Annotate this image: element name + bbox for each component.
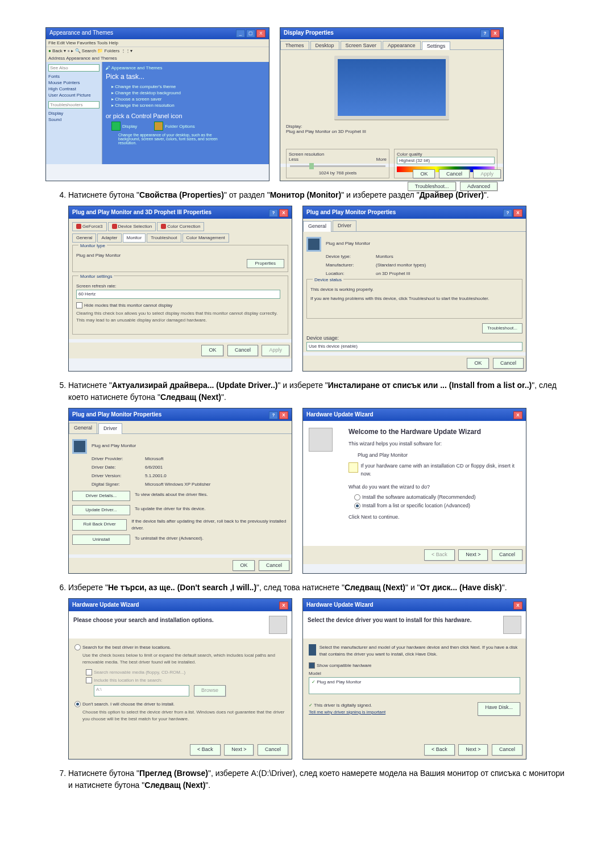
window-buttons[interactable]: X [278,600,288,610]
tab-general[interactable]: General [72,233,96,243]
tab-color-correction[interactable]: Color Correction [157,222,204,231]
next-button[interactable]: Next > [458,549,488,561]
radio-auto[interactable] [354,494,360,500]
screenshot-wizard-select-driver: Hardware Update Wizard X Select the devi… [302,598,526,760]
step-7: Натиснете бутона "Преглед (Browse)", изб… [68,767,569,791]
back-button[interactable]: < Back [190,744,221,756]
device-usage-select[interactable]: Use this device (enable) [306,342,522,351]
sidebar-link[interactable]: High Contrast [48,86,99,91]
tab-driver[interactable]: Driver [98,423,122,434]
tab-settings[interactable]: Settings [422,41,451,50]
check-removable-media[interactable] [86,669,92,675]
cp-icon-folder-options[interactable]: Folder Options [154,122,194,131]
tab-troubleshoot[interactable]: Troubleshoot [147,233,181,243]
apply-button[interactable]: Apply [473,169,501,178]
pick-icon-heading: or pick a Control Panel icon [106,112,265,119]
browse-button[interactable]: Browse [194,685,226,696]
hide-modes-checkbox[interactable] [76,302,82,308]
ok-button[interactable]: OK [201,345,223,356]
cancel-button[interactable]: Cancel [258,744,288,756]
apply-button[interactable]: Apply [262,345,289,356]
path-select[interactable]: A:\ [94,685,189,696]
menubar[interactable]: File Edit View Favorites Tools Help [46,39,269,47]
cancel-button[interactable]: Cancel [492,549,522,561]
window-buttons[interactable]: X [512,600,522,610]
address-bar[interactable]: Address Appearance and Themes [46,55,269,62]
cancel-button[interactable]: Cancel [493,358,524,369]
color-quality-select[interactable]: Highest (32 bit) [397,157,495,164]
check-include-location[interactable] [86,677,92,683]
troubleshoot-button[interactable]: Troubleshoot... [408,182,457,191]
window-buttons[interactable]: ?X [502,208,522,217]
properties-button[interactable]: Properties [247,259,284,268]
radio-list[interactable] [354,503,360,509]
cancel-button[interactable]: Cancel [259,560,289,571]
roll-back-driver-button[interactable]: Roll Back Driver [72,519,127,531]
sidebar-link[interactable]: Fonts [48,74,99,79]
window-title: Display Properties [284,30,334,37]
wizard-heading: Select the device driver you want to ins… [308,616,471,634]
tab-driver[interactable]: Driver [333,220,356,231]
display-icon [111,122,121,131]
cancel-button[interactable]: Cancel [492,744,522,756]
ok-button[interactable]: OK [413,169,435,178]
ok-button[interactable]: OK [467,358,489,369]
window-title: Plug and Play Monitor Properties [72,410,161,419]
back-button[interactable]: < Back [424,549,455,561]
refresh-rate-select[interactable]: 60 Hertz [76,290,280,299]
window-buttons[interactable]: X [512,410,522,419]
window-buttons[interactable]: _▢X [235,30,265,37]
cancel-button[interactable]: Cancel [227,345,258,356]
resolution-slider[interactable] [290,165,385,167]
update-driver-button[interactable]: Update Driver... [72,505,130,515]
cancel-button[interactable]: Cancel [439,169,470,178]
window-title: Hardware Update Wizard [72,600,139,610]
tab-general[interactable]: General [69,423,97,433]
cp-icon-display[interactable]: Display [111,122,137,131]
radio-dont-search[interactable] [74,701,81,707]
show-compatible-checkbox[interactable] [309,662,315,669]
tab-general[interactable]: General [303,221,331,232]
tab-themes[interactable]: Themes [280,41,309,49]
window-buttons[interactable]: ?X [268,410,288,419]
task-link[interactable]: ▸ Change the desktop background [111,90,265,95]
next-button[interactable]: Next > [224,744,254,756]
sidebar-link[interactable]: User Account Picture [48,93,99,98]
resolution-value: 1024 by 768 pixels [289,170,387,176]
tab-geforce3[interactable]: GeForce3 [72,222,107,231]
signing-link[interactable]: Tell me why driver signing is important [309,709,385,716]
tab-device-selection[interactable]: Device Selection [108,222,156,231]
device-name: Plug and Play Monitor [92,439,136,454]
tab-adapter[interactable]: Adapter [97,233,121,243]
ok-button[interactable]: OK [233,560,255,571]
model-label: Model [309,670,520,677]
cd-icon [349,462,358,473]
uninstall-button[interactable]: Uninstall [72,535,130,545]
step-4: Натиснете бутона "Свойства (Properties)"… [68,189,569,372]
sidebar-link[interactable]: Sound [48,117,99,122]
tab-appearance[interactable]: Appearance [383,41,421,49]
window-buttons[interactable]: ?X [268,208,288,217]
step-6: Изберете "Не търси, аз ще.. (Don't searc… [68,582,569,760]
troubleshoot-button[interactable]: Troubleshoot... [482,323,522,333]
model-list[interactable]: ✓ Plug and Play Monitor [309,677,520,694]
next-button[interactable]: Next > [458,744,488,756]
driver-details-button[interactable]: Driver Details... [72,491,130,501]
advanced-button[interactable]: Advanced [460,182,497,191]
tab-screensaver[interactable]: Screen Saver [341,41,382,49]
screenshot-wizard-welcome: Hardware Update Wizard X Welcome to the … [302,408,526,574]
task-link[interactable]: ▸ Change the screen resolution [111,103,265,108]
task-link[interactable]: ▸ Choose a screen saver [111,97,265,102]
sidebar-link[interactable]: Mouse Pointers [48,80,99,85]
have-disk-button[interactable]: Have Disk... [478,702,520,716]
window-buttons[interactable]: ?X [479,30,500,37]
device-icon [309,644,316,656]
tab-desktop[interactable]: Desktop [310,41,339,49]
task-link[interactable]: ▸ Change the computer's theme [111,84,265,89]
radio-search[interactable] [74,644,81,650]
tab-color-management[interactable]: Color Management [182,233,229,243]
device-name: Plug and Play Monitor [326,237,370,252]
back-button[interactable]: < Back [424,744,455,756]
sidebar-link[interactable]: Display [48,111,99,116]
tab-monitor[interactable]: Monitor [123,233,146,243]
